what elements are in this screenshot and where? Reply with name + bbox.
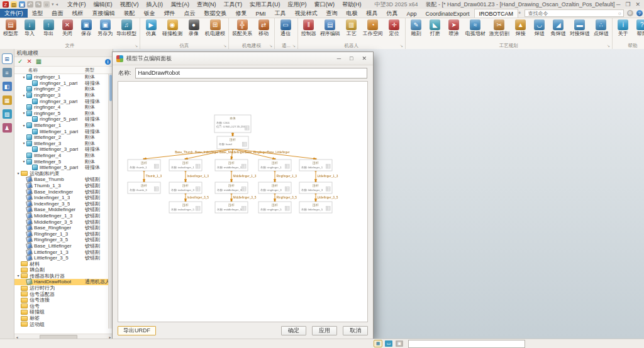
expand-chevron-icon[interactable]: ▾ — [16, 273, 21, 278]
tree-row[interactable]: littlefinger_2刚体 — [14, 134, 113, 141]
cancel-button[interactable]: 取消 — [343, 326, 368, 335]
filter-grid-icon[interactable]: ▦ — [374, 340, 382, 347]
ribbon-tab[interactable]: IROBOTCAM — [474, 9, 519, 18]
dialog-close-button[interactable]: ✕ — [362, 55, 367, 62]
pin-ribbon-icon[interactable]: ⌖ — [518, 10, 521, 16]
graph-node[interactable]: 连杆名称: indexfinger_1 — [169, 160, 202, 171]
ribbon-tab[interactable]: 直接编辑 — [88, 9, 119, 18]
ribbon-button[interactable]: ✂激光切割 — [487, 19, 511, 36]
graph-node[interactable]: 连杆名称: middlefinger_3 — [215, 182, 248, 193]
ribbon-tab[interactable]: 数据交换 — [200, 9, 231, 18]
ribbon-button[interactable]: ➤喷涂 — [445, 19, 464, 36]
tree-row[interactable]: littlefinger_4刚体 — [14, 153, 113, 159]
tree-row[interactable]: ringfinger_5_part碰撞体 — [14, 116, 113, 122]
ribbon-tab[interactable]: 线框 — [68, 9, 88, 18]
column-type[interactable]: 类型 — [85, 67, 94, 73]
menu-item[interactable]: 应用(P) — [285, 1, 310, 9]
graph-node[interactable]: 连杆名称: middlefinger_5 — [215, 202, 248, 213]
graph-node[interactable]: 连杆名称: hand — [217, 136, 248, 149]
graph-node[interactable]: 连杆名称: littlefinger_1 — [299, 160, 332, 171]
ribbon-tab[interactable]: 视觉样式 — [291, 9, 322, 18]
ribbon-tab[interactable]: 文件(F) — [0, 9, 28, 18]
apply-button[interactable]: 应用 — [312, 326, 337, 335]
ribbon-button[interactable]: ◢角焊缝 — [549, 19, 568, 36]
dialog-launcher-icon[interactable]: ↘ — [135, 43, 138, 49]
ribbon-button[interactable]: ✛定位 — [385, 19, 404, 36]
apply-check-icon[interactable]: ✓ — [18, 58, 23, 65]
node-graph-canvas[interactable]: Base_ThumbBase_IndexfingerBase_Middlefin… — [118, 81, 368, 322]
window-minimize-button[interactable]: ─ — [616, 1, 620, 8]
tree-row[interactable]: ringfinger_1_part碰撞体 — [14, 80, 113, 87]
ribbon-tab[interactable]: 电极 — [342, 9, 362, 18]
expand-chevron-icon[interactable]: ▾ — [21, 159, 26, 164]
ribbon-button[interactable]: ▶仿真 — [142, 19, 160, 36]
ribbon-button[interactable]: ✎雕刻 — [407, 19, 426, 36]
ribbon-button[interactable]: ▬对接焊缝 — [568, 19, 592, 36]
ribbon-button[interactable]: ◡焊缝 — [530, 19, 549, 36]
ribbon-tab[interactable]: 钣金 — [140, 9, 160, 18]
expand-chevron-icon[interactable]: ▾ — [21, 141, 26, 146]
save-icon[interactable]: ▣ — [19, 1, 25, 8]
menu-item[interactable]: 窗口(W) — [311, 1, 338, 9]
ribbon-tab[interactable]: 查询 — [322, 9, 342, 18]
export-urdf-button[interactable]: 导出URDF — [118, 326, 156, 335]
ribbon-button[interactable]: ◣打磨 — [426, 19, 445, 36]
ribbon-button[interactable]: ◉碰撞检测 — [160, 19, 184, 36]
robot-name-input[interactable] — [135, 68, 367, 79]
ok-button[interactable]: 确定 — [281, 326, 306, 335]
ribbon-button[interactable]: ♫导出模型 — [114, 19, 138, 36]
graph-node[interactable]: 连杆名称: ringfinger_5 — [258, 202, 291, 213]
display-icon[interactable]: ▭ — [385, 340, 392, 347]
ribbon-button[interactable]: ▥工艺 — [342, 19, 361, 36]
column-name[interactable]: 名称 — [14, 67, 38, 73]
qat-collapse-icon[interactable]: ◂ — [56, 2, 58, 7]
expand-chevron-icon[interactable]: ▾ — [21, 75, 26, 80]
dialog-launcher-icon[interactable]: ↘ — [292, 43, 296, 49]
cancel-x-icon[interactable]: ✕ — [26, 58, 31, 65]
graph-node[interactable]: 连杆名称: thumb_3 — [128, 182, 160, 193]
graph-node[interactable]: 连杆名称: middlefinger_1 — [215, 160, 248, 171]
tree-row[interactable]: 运动组 — [14, 321, 113, 327]
qat-dropdown-icon[interactable]: ▾ — [52, 2, 54, 7]
manager-view-icon[interactable]: ▦ — [3, 95, 12, 105]
ribbon-button[interactable]: ↑导出 — [39, 19, 58, 36]
menu-item[interactable]: 帮助(H) — [339, 1, 365, 9]
ribbon-button[interactable]: ▣保存 — [77, 19, 96, 36]
dialog-launcher-icon[interactable]: ↘ — [223, 43, 226, 49]
tree-row[interactable]: ringfinger_3_part碰撞体 — [14, 98, 113, 104]
graph-node[interactable]: 本体名称: C301位置: 0.940,-527.35,233.68 — [214, 115, 251, 133]
ribbon-button[interactable]: ◔工作空间 — [361, 19, 385, 36]
ribbon-button[interactable]: i关于 — [614, 19, 633, 36]
ribbon-tab[interactable]: 修复 — [231, 9, 252, 18]
export-list-icon[interactable]: ▦ — [36, 58, 42, 65]
dialog-minimize-button[interactable]: ─ — [337, 55, 341, 62]
ribbon-button[interactable]: ∴点焊缝 — [592, 19, 611, 36]
tree-row[interactable]: ringfinger_4刚体 — [14, 104, 113, 111]
open-folder-icon[interactable]: ▨ — [11, 1, 17, 8]
manager-electromechanical-icon[interactable]: ⊞ — [3, 54, 12, 63]
command-search-input[interactable] — [527, 10, 618, 17]
dialog-titlebar[interactable]: 模型节点编辑面板 ─ □ ✕ — [113, 52, 373, 65]
ribbon-tab[interactable]: 模具 — [362, 9, 382, 18]
tree-row[interactable]: littlefinger_1_part碰撞体 — [14, 128, 113, 134]
expand-chevron-icon[interactable]: ▾ — [21, 93, 26, 98]
ribbon-tab[interactable]: 曲面 — [48, 9, 68, 18]
ribbon-button[interactable]: ✕关闭 — [58, 19, 77, 36]
manager-image-icon[interactable]: ▨ — [3, 109, 12, 119]
ribbon-tab[interactable]: 装配 — [119, 9, 140, 18]
manager-history-icon[interactable]: ≡ — [3, 68, 12, 77]
ribbon-button[interactable]: ▤模型库 — [1, 19, 20, 36]
menu-item[interactable]: 文件(F) — [64, 1, 89, 9]
status-input[interactable] — [408, 340, 525, 348]
regen-icon[interactable]: ○ — [43, 1, 50, 8]
redo-icon[interactable]: ↷ — [35, 1, 42, 8]
tree-row[interactable]: ringfinger_2刚体 — [14, 86, 113, 92]
ribbon-tab[interactable]: 工具 — [270, 9, 291, 18]
manager-user-icon[interactable]: ♟ — [3, 123, 12, 133]
tree-row[interactable]: littlefinger_3_part碰撞体 — [14, 146, 113, 153]
ribbon-button[interactable]: ?帮助 — [633, 19, 644, 36]
settings-gear-icon[interactable]: ⚙ — [627, 10, 633, 16]
ribbon-button[interactable]: ▲焊接 — [511, 19, 530, 36]
dialog-maximize-button[interactable]: □ — [350, 55, 353, 62]
menu-item[interactable]: 工具(T) — [221, 1, 246, 9]
